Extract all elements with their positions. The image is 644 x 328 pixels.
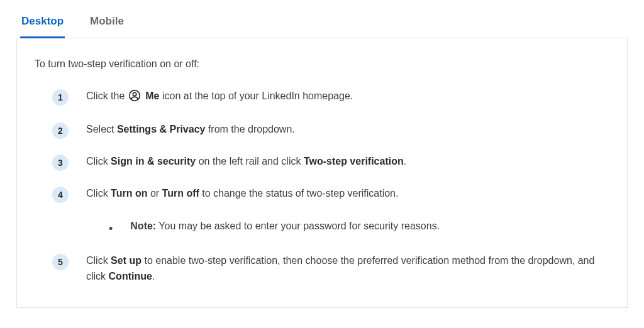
bold-text: Two-step verification xyxy=(304,156,404,167)
step-text: Select Settings & Privacy from the dropd… xyxy=(86,122,609,138)
note-label: Note: xyxy=(130,221,156,231)
bullet-icon: • xyxy=(109,222,113,236)
platform-tabs: Desktop Mobile xyxy=(16,9,628,38)
me-icon xyxy=(128,89,141,107)
step-text: Click the Me icon at the top of your Lin… xyxy=(86,89,609,107)
tab-desktop[interactable]: Desktop xyxy=(20,9,65,38)
step-item: 2Select Settings & Privacy from the drop… xyxy=(52,122,609,139)
step-number: 1 xyxy=(52,89,69,106)
bold-text: Me xyxy=(145,90,159,101)
step-number: 4 xyxy=(52,187,69,203)
bold-text: Sign in & security xyxy=(111,156,196,167)
bold-text: Turn off xyxy=(162,188,199,199)
intro-text: To turn two-step verification on or off: xyxy=(35,58,609,70)
step-number: 3 xyxy=(52,155,69,171)
bold-text: Set up xyxy=(111,255,142,266)
bold-text: Continue xyxy=(109,271,152,282)
step-item: 5Click Set up to enable two-step verific… xyxy=(52,253,609,285)
step-item: 3Click Sign in & security on the left ra… xyxy=(52,154,609,171)
svg-point-1 xyxy=(133,92,136,96)
step-number: 2 xyxy=(52,123,69,139)
note-text: Note: You may be asked to enter your pas… xyxy=(130,221,440,232)
bold-text: Turn on xyxy=(111,188,147,199)
instructions-panel: To turn two-step verification on or off:… xyxy=(16,38,628,308)
step-note: •Note: You may be asked to enter your pa… xyxy=(109,221,609,236)
steps-list: 1Click the Me icon at the top of your Li… xyxy=(35,89,609,285)
step-text: Click Turn on or Turn off to change the … xyxy=(86,186,609,202)
step-item: 1Click the Me icon at the top of your Li… xyxy=(52,89,609,107)
bold-text: Settings & Privacy xyxy=(117,124,206,134)
step-text: Click Sign in & security on the left rai… xyxy=(86,154,609,170)
step-item: 4Click Turn on or Turn off to change the… xyxy=(52,186,609,203)
tab-mobile[interactable]: Mobile xyxy=(89,9,125,38)
help-article: Desktop Mobile To turn two-step verifica… xyxy=(0,0,644,327)
step-number: 5 xyxy=(52,254,69,270)
step-text: Click Set up to enable two-step verifica… xyxy=(86,253,609,285)
